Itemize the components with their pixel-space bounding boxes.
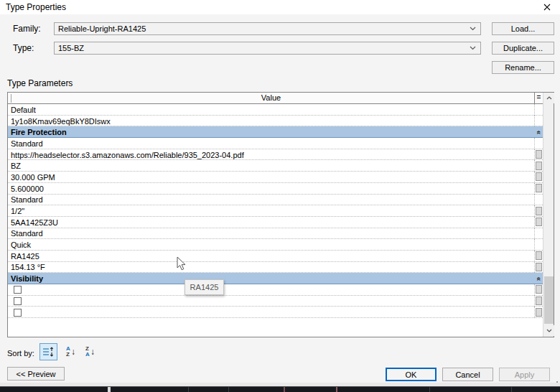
type-label: Type: [13,43,34,53]
table-row[interactable]: 154.13 °F [8,262,543,274]
chevron-down-icon [546,329,552,332]
associate-parameter-button[interactable] [536,150,542,159]
cancel-button[interactable]: Cancel [442,368,493,381]
rename-button[interactable]: Rename... [492,61,554,74]
equals-cell[interactable] [534,149,543,161]
group-label: Fire Protection [8,126,534,137]
checkbox[interactable] [14,297,22,305]
value-cell[interactable]: 5AA1425Z3U [8,217,534,228]
table-row[interactable]: Default [8,104,543,116]
value-cell[interactable]: Standard [8,195,534,206]
vertical-scrollbar[interactable] [543,93,554,337]
checkbox[interactable] [14,309,22,317]
sort-ascending-button[interactable]: A Z ↓ [62,343,80,360]
type-value: 155-BZ [58,44,84,52]
table-row[interactable]: Standard [8,195,543,206]
table-row[interactable] [8,296,543,307]
associate-parameter-button[interactable] [536,263,542,271]
table-row[interactable]: Standard [8,228,543,240]
associate-parameter-button[interactable] [536,285,542,294]
value-cell[interactable]: 1y1o8Kmav69eqBkY8DIswx [8,116,534,127]
table-row[interactable]: 5.600000 [8,183,543,195]
associate-parameter-button[interactable] [536,218,542,226]
associate-parameter-button[interactable] [536,207,542,215]
table-row[interactable]: BZ [8,160,543,172]
equals-cell[interactable] [534,183,543,195]
dialog-title: Type Properties [6,2,66,12]
table-row[interactable]: 1/2" [8,205,543,217]
associate-parameter-button[interactable] [536,308,542,317]
value-cell[interactable]: Quick [8,239,534,251]
equals-cell [534,116,543,127]
type-parameters-label: Type Parameters [7,78,73,88]
table-row[interactable]: Standard [8,138,543,149]
value-cell[interactable] [8,296,534,307]
equals-cell[interactable] [534,262,543,274]
equals-cell[interactable] [534,217,543,228]
equals-cell [534,104,543,116]
chevron-down-icon [470,46,476,50]
associate-parameter-button[interactable] [536,172,542,181]
value-cell[interactable]: Default [8,104,534,116]
equals-cell[interactable] [534,307,543,318]
table-row[interactable]: https://headselector.s3.amazonaws.com/Re… [8,149,543,161]
associate-parameter-button[interactable] [536,297,542,305]
associate-parameter-button[interactable] [536,184,542,192]
value-column-header[interactable]: Value [8,93,534,103]
associate-parameter-button[interactable] [536,162,542,170]
equals-cell [534,195,543,206]
value-cell[interactable]: Standard [8,138,534,149]
value-cell[interactable]: 30.000 GPM [8,172,534,183]
table-row[interactable]: RA1425 [8,251,543,262]
table-row[interactable]: 5AA1425Z3U [8,217,543,228]
sort-descending-icon: Z A ↓ [85,346,95,358]
apply-button: Apply [499,368,550,381]
duplicate-button[interactable]: Duplicate... [492,42,554,55]
taskbar-strip [0,386,560,392]
value-cell[interactable]: BZ [8,160,534,172]
equals-cell [534,138,543,149]
chevron-up-icon [546,96,552,100]
type-dropdown[interactable]: 155-BZ [54,42,481,55]
checkbox[interactable] [14,286,22,294]
collapse-group-icon[interactable]: « [534,273,543,284]
group-header-row[interactable]: Visibility« [8,273,543,284]
sort-descending-button[interactable]: Z A ↓ [81,343,99,360]
equals-cell[interactable] [534,205,543,217]
equals-cell[interactable] [534,284,543,296]
collapse-group-icon[interactable]: « [534,126,543,137]
group-header-row[interactable]: Fire Protection« [8,126,543,138]
associate-parameter-button[interactable] [536,251,542,260]
param-table-body: Default1y1o8Kmav69eqBkY8DIswxFire Protec… [8,104,543,337]
value-cell[interactable]: 154.13 °F [8,262,534,274]
equals-cell[interactable] [534,251,543,262]
scrollbar-thumb[interactable] [544,276,554,324]
table-row[interactable]: 1y1o8Kmav69eqBkY8DIswx [8,116,543,127]
chevron-down-icon [470,27,476,31]
table-row[interactable] [8,284,543,296]
value-cell[interactable] [8,307,534,318]
scroll-down-button[interactable] [543,325,554,336]
table-header: Value = [8,93,543,104]
family-dropdown[interactable]: Reliable-Upright-RA1425 [54,22,481,35]
mouse-cursor-icon [177,256,187,271]
scroll-up-button[interactable] [543,93,554,103]
value-cell[interactable]: Standard [8,228,534,240]
value-cell[interactable]: https://headselector.s3.amazonaws.com/Re… [8,149,534,161]
table-row[interactable]: Quick [8,239,543,251]
value-cell[interactable]: 5.600000 [8,183,534,195]
equals-cell[interactable] [534,172,543,183]
equals-cell [534,239,543,251]
table-row[interactable]: 30.000 GPM [8,172,543,183]
ok-button[interactable]: OK [386,368,437,381]
load-button[interactable]: Load... [492,22,554,35]
value-cell[interactable]: 1/2" [8,205,534,217]
table-row[interactable] [8,307,543,318]
value-cell[interactable]: RA1425 [8,251,534,262]
sort-natural-button[interactable] [39,343,57,360]
equals-cell[interactable] [534,160,543,172]
value-cell[interactable] [8,284,534,296]
preview-button[interactable]: << Preview [7,367,65,381]
close-button[interactable] [537,0,557,14]
equals-cell[interactable] [534,296,543,307]
